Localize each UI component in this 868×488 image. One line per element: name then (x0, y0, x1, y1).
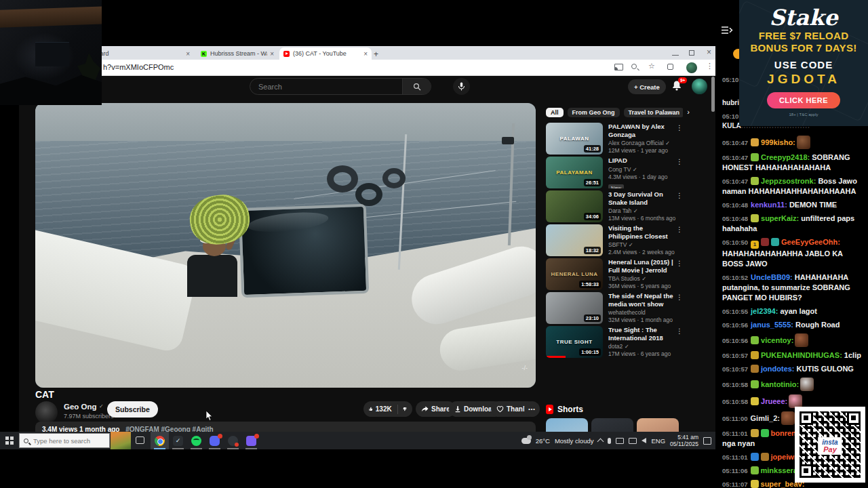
taskbar-search-input[interactable] (32, 436, 105, 445)
zoom-icon[interactable] (631, 64, 637, 69)
start-button[interactable] (5, 436, 14, 445)
video-options-icon[interactable]: ⋮ (676, 327, 683, 335)
gray-taskbar-icon[interactable] (224, 432, 242, 449)
voice-search-button[interactable] (453, 78, 470, 95)
browser-tab[interactable]: (36) CAT - YouTube× (279, 47, 372, 60)
new-tab-button[interactable]: + (374, 49, 378, 59)
tab-close-icon[interactable]: × (270, 50, 274, 58)
video-options-icon[interactable]: ⋮ (676, 192, 683, 199)
suggested-video[interactable]: 34:063 Day Survival On Snake IslandDara … (546, 190, 683, 222)
spotify-taskbar-icon[interactable] (187, 432, 205, 449)
chat-message: 05:10:58kantotinio: (722, 378, 863, 391)
taskbar-clock[interactable]: 5:41 am 05/11/2025 (670, 434, 698, 447)
weather-widget-thumbnail[interactable] (111, 432, 131, 449)
chat-timestamp: 05:10:47 (722, 154, 748, 161)
video-options-icon[interactable]: ⋮ (676, 124, 683, 131)
search-button[interactable] (402, 79, 431, 94)
video-options-icon[interactable]: ⋮ (676, 226, 683, 233)
more-actions-button[interactable]: ••• (524, 401, 540, 417)
filter-chip[interactable]: All (546, 108, 564, 117)
video-thumbnail[interactable]: 18:32 (546, 224, 603, 256)
channel-avatar[interactable] (35, 401, 58, 424)
page-scrollbar[interactable] (711, 77, 715, 112)
video-thumbnail[interactable]: 34:06 (546, 190, 603, 222)
channel-name[interactable]: Geo Ong (64, 403, 97, 411)
video-view-meta: 2.4M views · 2 weeks ago (608, 249, 673, 256)
filter-chip[interactable]: Travel to Palawan (624, 108, 683, 117)
tab-close-icon[interactable]: × (186, 50, 190, 58)
chat-message: 05:10:47Creepyp2418: SOBRANG HONEST HAHA… (722, 152, 863, 173)
weather-condition[interactable]: Mostly cloudy (555, 437, 594, 445)
video-options-icon[interactable]: ⋮ (676, 260, 683, 267)
taskbar-search-box[interactable] (19, 433, 110, 448)
search-input[interactable] (250, 83, 402, 91)
filter-chip[interactable]: From Geo Ong (568, 108, 620, 117)
tray-speaker-icon[interactable] (642, 438, 646, 443)
video-options-icon[interactable]: ⋮ (676, 293, 683, 301)
shorts-thumbnail[interactable] (591, 418, 633, 432)
video-view-meta: 36M views · 5 years ago (608, 283, 673, 289)
language-indicator[interactable]: ENG (651, 437, 665, 445)
task-view-button[interactable] (136, 436, 144, 444)
video-thumbnail[interactable]: HENERAL LUNA1:58:33 (546, 258, 603, 290)
suggested-video[interactable]: PALAYAMAN26:51LIPADCong TV ✓4.3M views ·… (546, 157, 683, 188)
suggested-video[interactable]: 23:10The side of Nepal the media won't s… (546, 292, 683, 324)
chat-obscured-line: 05:10: (722, 76, 741, 83)
youtube-account-avatar[interactable] (692, 79, 707, 94)
chat-timestamp: 05:10:48 (722, 201, 748, 209)
discord-taskbar-icon[interactable] (205, 432, 224, 449)
like-dislike-buttons[interactable]: 132K (363, 401, 412, 417)
bookmark-star-icon[interactable]: ☆ (648, 62, 655, 70)
video-meta: Heneral Luna (2015) | Full Movie | Jerro… (603, 258, 683, 290)
video-thumbnail[interactable]: TRUE SIGHT1:00:15 (546, 326, 603, 358)
blue-taskbar-icon[interactable] (242, 432, 260, 449)
suggested-video[interactable]: TRUE SIGHT1:00:15True Sight : The Intern… (546, 326, 683, 358)
chat-timestamp: 05:11:00 (722, 415, 748, 422)
window-maximize-button[interactable] (689, 50, 694, 56)
tray-monitor-icon[interactable] (629, 438, 637, 444)
chat-username: janus_5555: (751, 321, 793, 329)
video-thumbnail[interactable]: PALAYAMAN26:51 (546, 157, 603, 188)
browser-menu-icon[interactable]: ⋮ (706, 62, 713, 70)
cast-icon[interactable] (614, 64, 623, 70)
browser-profile-avatar[interactable] (686, 62, 697, 73)
chrome-taskbar-icon[interactable] (151, 432, 169, 449)
browser-tab[interactable]: KHubrisss Stream - Watch Live o× (197, 47, 278, 60)
windows-taskbar: ✓ 26°C Mostly cloudy ENG 5:41 am 05/11/2… (0, 432, 715, 449)
subscribe-button[interactable]: Subscribe (107, 401, 158, 418)
video-player[interactable]: -/- (35, 103, 536, 388)
chat-username: PUKENAHINDIHUGAS: (761, 351, 842, 359)
shorts-thumbnail[interactable] (546, 418, 588, 432)
extensions-icon[interactable] (667, 64, 673, 70)
browser-tab-strip: KStream - Kick Dashboard×KHubrisss Strea… (19, 46, 715, 60)
address-bar[interactable]: h?v=mXMIoCFPOmc (103, 63, 174, 71)
video-description-box[interactable]: 3.4M views 1 month ago #ONGFAM #Geoong #… (35, 422, 536, 432)
youtube-search-bar[interactable] (250, 78, 431, 95)
suggested-video[interactable]: HENERAL LUNA1:58:33Heneral Luna (2015) |… (546, 258, 683, 290)
video-view-meta: 13M views · 6 months ago (608, 215, 673, 222)
video-thumbnail[interactable]: 23:10 (546, 292, 603, 324)
video-thumbnail[interactable]: PALAWAN41:28 (546, 123, 603, 155)
suggested-video[interactable]: PALAWAN41:28PALAWAN by Alex GonzagaAlex … (546, 123, 683, 155)
video-options-icon[interactable]: ⋮ (676, 158, 683, 165)
window-minimize-button[interactable] (672, 49, 679, 56)
create-button[interactable]: + Create (628, 79, 666, 94)
tray-display-icon[interactable] (616, 438, 624, 444)
chat-message: 05:10:56vicentoy: (722, 333, 863, 347)
hidden-icons-chevron[interactable] (597, 439, 604, 445)
window-close-button[interactable]: × (707, 47, 711, 57)
video-hashtags[interactable]: #ONGFAM #Geoong #Agith (125, 426, 213, 432)
youtube-page: + Create 9+ (19, 76, 715, 432)
chips-scroll-arrow[interactable]: › (683, 106, 694, 117)
video-meta: Visiting the Philippines Closest Island … (603, 224, 683, 256)
suggested-video[interactable]: 18:32Visiting the Philippines Closest Is… (546, 224, 683, 256)
weather-icon[interactable] (521, 438, 531, 444)
tray-mic-icon[interactable] (608, 438, 611, 444)
dark-taskbar-icon[interactable]: ✓ (169, 432, 187, 449)
chat-badge-icon (761, 238, 769, 246)
temperature[interactable]: 26°C (536, 437, 550, 445)
action-center-icon[interactable] (703, 437, 711, 445)
webcam-overlay (0, 0, 102, 105)
tab-close-icon[interactable]: × (363, 50, 368, 58)
shorts-thumbnail[interactable] (637, 418, 679, 432)
